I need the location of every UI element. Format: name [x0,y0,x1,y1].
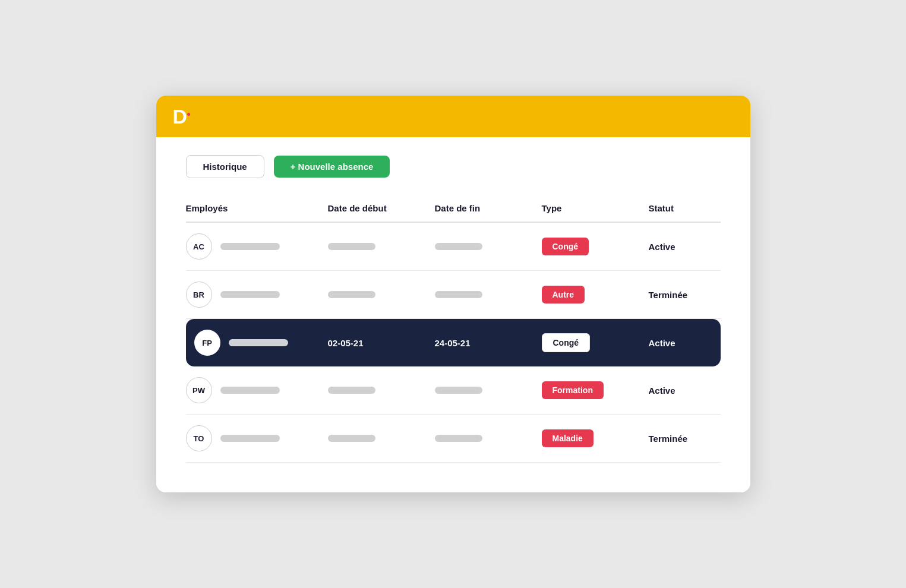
col-header-date-fin: Date de fin [427,197,534,222]
table-row[interactable]: FP02-05-2124-05-21CongéActive [186,319,721,367]
main-content: Historique + Nouvelle absence Employés D… [156,137,750,492]
date-placeholder [435,291,482,298]
statut-cell: Active [640,319,721,367]
type-cell: Congé [534,222,640,271]
employee-name-placeholder [229,339,288,346]
app-window: D● Historique + Nouvelle absence Employé… [156,96,750,492]
date-placeholder [435,243,482,250]
date-debut-cell: 02-05-21 [320,319,427,367]
toolbar: Historique + Nouvelle absence [186,155,721,178]
date-fin-cell [427,271,534,319]
date-placeholder [435,435,482,442]
col-header-employees: Employés [186,197,320,222]
table-row[interactable]: ACCongéActive [186,222,721,271]
avatar: FP [194,330,220,356]
statut-cell: Active [640,222,721,271]
type-badge: Congé [542,333,591,352]
date-debut-cell [320,271,427,319]
statut-cell: Terminée [640,271,721,319]
employee-cell: BR [186,271,320,319]
avatar: BR [186,282,212,308]
avatar: PW [186,377,212,403]
date-fin-cell [427,366,534,415]
table-row[interactable]: PWFormationActive [186,366,721,415]
avatar: TO [186,425,212,451]
new-absence-button[interactable]: + Nouvelle absence [274,156,390,178]
employee-cell: PW [186,366,320,415]
date-debut-cell [320,222,427,271]
table-row[interactable]: TOMaladieTerminée [186,415,721,463]
statut-cell: Active [640,366,721,415]
date-fin-cell: 24-05-21 [427,319,534,367]
date-fin-cell [427,415,534,463]
type-badge: Autre [542,286,585,304]
type-badge: Maladie [542,429,594,447]
col-header-date-debut: Date de début [320,197,427,222]
employee-name-placeholder [220,387,280,394]
logo-dot: ● [187,110,190,118]
historique-button[interactable]: Historique [186,155,264,178]
date-debut-cell [320,366,427,415]
logo-d: D [173,105,187,128]
table-header-row: Employés Date de début Date de fin Type … [186,197,721,222]
date-placeholder [328,435,375,442]
date-fin-cell [427,222,534,271]
col-header-type: Type [534,197,640,222]
header: D● [156,96,750,137]
avatar: AC [186,233,212,260]
col-header-statut: Statut [640,197,721,222]
type-cell: Maladie [534,415,640,463]
employee-name-placeholder [220,243,280,250]
table-row[interactable]: BRAutreTerminée [186,271,721,319]
type-cell: Autre [534,271,640,319]
type-badge: Formation [542,381,604,399]
date-placeholder [435,387,482,394]
employee-name-placeholder [220,435,280,442]
type-cell: Congé [534,319,640,367]
logo: D● [173,105,191,128]
type-badge: Congé [542,238,589,255]
date-placeholder [328,387,375,394]
employee-cell: TO [186,415,320,463]
date-placeholder [328,291,375,298]
employee-name-placeholder [220,291,280,298]
employee-cell: AC [186,222,320,271]
absences-table: Employés Date de début Date de fin Type … [186,197,721,463]
type-cell: Formation [534,366,640,415]
employee-cell: FP [186,319,320,367]
statut-cell: Terminée [640,415,721,463]
date-debut-cell [320,415,427,463]
date-placeholder [328,243,375,250]
